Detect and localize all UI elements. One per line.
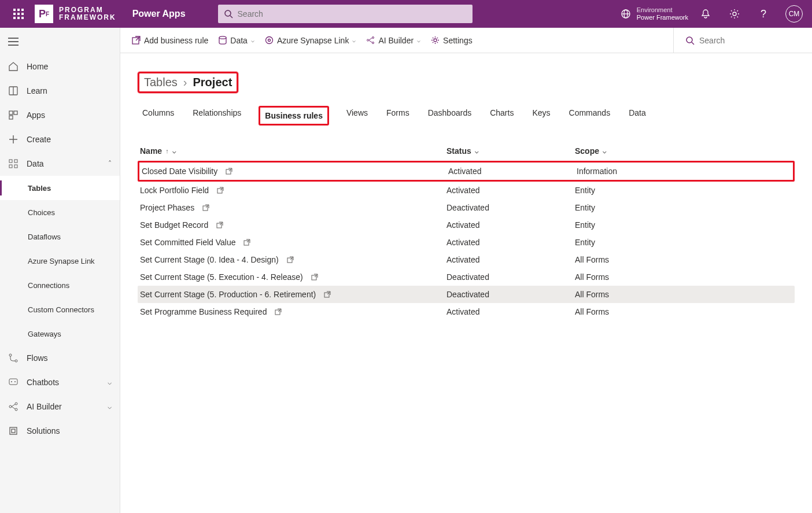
- sidebar-item-flows[interactable]: Flows: [0, 346, 120, 370]
- svg-rect-12: [14, 111, 17, 115]
- open-external-icon[interactable]: [311, 274, 318, 281]
- sidebar-item-learn[interactable]: Learn: [0, 79, 120, 103]
- sidebar-item-solutions[interactable]: Solutions: [0, 419, 120, 443]
- cell-status: Deactivated: [446, 203, 575, 212]
- global-search-input[interactable]: [238, 9, 467, 19]
- sidebar-item-connections[interactable]: Connections: [0, 273, 120, 297]
- user-avatar[interactable]: CM: [785, 5, 803, 23]
- page-search[interactable]: [673, 28, 800, 53]
- tab-dashboards[interactable]: Dashboards: [427, 106, 473, 126]
- solutions-icon: [8, 426, 19, 436]
- sidebar-item-ai-builder[interactable]: AI Builder⌵: [0, 394, 120, 419]
- breadcrumb-parent[interactable]: Tables: [144, 76, 178, 89]
- environment-picker[interactable]: Environment Power Framework: [637, 6, 688, 21]
- add-business-rule-button[interactable]: Add business rule: [132, 36, 208, 45]
- tab-views[interactable]: Views: [345, 106, 369, 126]
- tab-commands[interactable]: Commands: [568, 106, 612, 126]
- ai-builder-button[interactable]: AI Builder ⌵: [366, 36, 420, 45]
- tab-business-rules[interactable]: Business rules: [259, 106, 329, 126]
- main-area: Add business rule Data ⌵ Azure Synapse L…: [120, 28, 812, 513]
- sidebar-item-label: Chatbots: [27, 378, 59, 387]
- left-sidebar: HomeLearnAppsCreateData˄TablesChoicesDat…: [0, 28, 120, 513]
- search-icon: [685, 36, 695, 45]
- app-launcher-button[interactable]: [5, 0, 32, 28]
- sidebar-item-custom-connectors[interactable]: Custom Connectors: [0, 297, 120, 322]
- cell-scope: All Forms: [575, 307, 792, 316]
- sidebar-item-data[interactable]: Data˄: [0, 152, 120, 176]
- sidebar-item-label: Dataflows: [28, 232, 61, 241]
- settings-button[interactable]: [723, 0, 746, 28]
- sidebar-item-apps[interactable]: Apps: [0, 103, 120, 127]
- chevron-down-icon: ⌵: [603, 147, 607, 155]
- open-external-icon[interactable]: [287, 256, 294, 263]
- chevron-down-icon: ⌵: [417, 37, 420, 43]
- table-row[interactable]: Set Committed Field ValueActivatedEntity: [138, 234, 795, 251]
- column-header-name[interactable]: Name ↑ ⌵: [140, 146, 446, 156]
- sidebar-item-label: Custom Connectors: [28, 305, 94, 314]
- table-row[interactable]: Project PhasesDeactivatedEntity: [138, 199, 795, 216]
- svg-point-27: [15, 408, 17, 411]
- azure-synapse-button[interactable]: Azure Synapse Link ⌵: [265, 36, 356, 45]
- cell-name: Project Phases: [140, 203, 446, 212]
- svg-rect-19: [14, 165, 17, 168]
- tab-forms[interactable]: Forms: [385, 106, 411, 126]
- open-external-icon[interactable]: [216, 222, 223, 228]
- sidebar-item-label: Home: [27, 62, 48, 71]
- chevron-down-icon: ⌵: [172, 147, 176, 155]
- tab-relationships[interactable]: Relationships: [191, 106, 242, 126]
- sidebar-item-chatbots[interactable]: Chatbots⌵: [0, 370, 120, 394]
- svg-point-32: [265, 37, 272, 44]
- open-external-icon[interactable]: [202, 204, 209, 211]
- logo-text: PROGRAM FRAMEWORK: [59, 6, 116, 21]
- settings-menu-button[interactable]: Settings: [431, 36, 473, 45]
- table-row[interactable]: Closed Date VisibilityActivatedInformati…: [138, 161, 795, 182]
- tab-data[interactable]: Data: [628, 106, 647, 126]
- svg-point-26: [15, 403, 17, 405]
- tab-columns[interactable]: Columns: [141, 106, 175, 126]
- sidebar-collapse-button[interactable]: [0, 29, 120, 54]
- open-external-icon[interactable]: [324, 291, 331, 298]
- column-header-scope[interactable]: Scope ⌵: [575, 146, 792, 156]
- table-row[interactable]: Set Current Stage (0. Idea - 4. Design)A…: [138, 251, 795, 268]
- table-row[interactable]: Set Programme Business RequiredActivated…: [138, 303, 795, 320]
- svg-point-21: [15, 360, 17, 362]
- cell-scope: Information: [577, 167, 791, 176]
- hamburger-icon: [8, 38, 19, 46]
- ai-icon: [8, 401, 19, 412]
- tab-keys[interactable]: Keys: [531, 106, 551, 126]
- sidebar-item-home[interactable]: Home: [0, 54, 120, 79]
- page-search-input[interactable]: [699, 36, 786, 45]
- sidebar-item-tables[interactable]: Tables: [0, 176, 120, 200]
- column-header-status[interactable]: Status ⌵: [446, 146, 575, 156]
- cell-scope: Entity: [575, 203, 792, 212]
- sidebar-item-dataflows[interactable]: Dataflows: [0, 224, 120, 249]
- data-menu-button[interactable]: Data ⌵: [219, 36, 254, 45]
- plus-icon: [8, 134, 19, 145]
- notifications-button[interactable]: [694, 0, 717, 28]
- help-button[interactable]: ?: [752, 0, 775, 28]
- cell-status: Activated: [446, 255, 575, 264]
- command-bar: Add business rule Data ⌵ Azure Synapse L…: [120, 28, 812, 53]
- open-external-icon[interactable]: [226, 168, 232, 175]
- bell-icon: [700, 9, 711, 19]
- tab-charts[interactable]: Charts: [489, 106, 515, 126]
- sidebar-item-create[interactable]: Create: [0, 127, 120, 152]
- sidebar-item-gateways[interactable]: Gateways: [0, 322, 120, 346]
- cell-status: Activated: [446, 307, 575, 316]
- table-row[interactable]: Set Current Stage (5. Production - 6. Re…: [138, 286, 795, 303]
- sidebar-item-azure-synapse-link[interactable]: Azure Synapse Link: [0, 249, 120, 273]
- cell-scope: All Forms: [575, 272, 792, 282]
- sidebar-item-label: Connections: [28, 281, 69, 290]
- open-external-icon[interactable]: [243, 239, 250, 246]
- environment-icon: [621, 9, 631, 19]
- open-external-icon[interactable]: [275, 308, 282, 315]
- open-external-icon[interactable]: [217, 187, 224, 194]
- global-search[interactable]: [218, 5, 473, 23]
- sidebar-item-choices[interactable]: Choices: [0, 200, 120, 224]
- brand-logo[interactable]: PF PROGRAM FRAMEWORK: [35, 5, 116, 23]
- svg-line-39: [692, 42, 694, 45]
- table-row[interactable]: Set Current Stage (5. Execution - 4. Rel…: [138, 268, 795, 286]
- table-row[interactable]: Lock Portfolio FieldActivatedEntity: [138, 182, 795, 199]
- svg-rect-28: [10, 427, 17, 434]
- table-row[interactable]: Set Budget RecordActivatedEntity: [138, 216, 795, 234]
